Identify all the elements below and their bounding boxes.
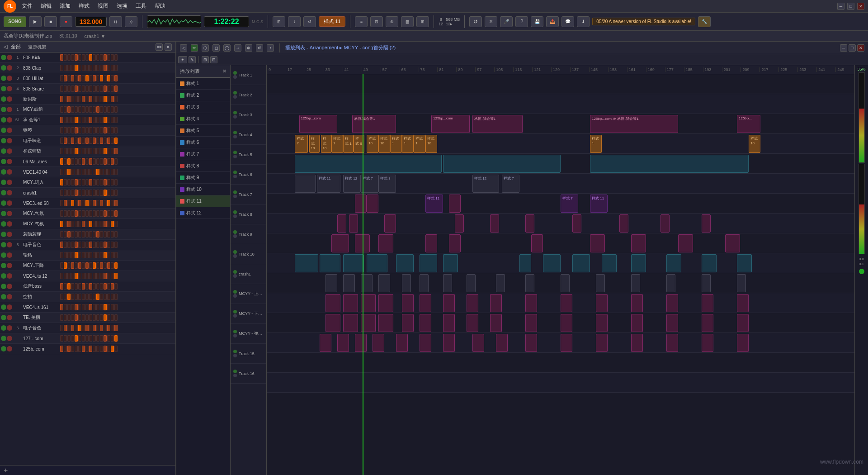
step-pad[interactable] (78, 86, 81, 92)
step-pad[interactable] (89, 252, 92, 258)
track-block[interactable] (295, 155, 442, 173)
step-pad[interactable] (114, 200, 118, 206)
step-pad[interactable] (78, 179, 81, 185)
step-pad[interactable] (64, 200, 67, 206)
track-row[interactable] (267, 313, 854, 333)
step-pad[interactable] (114, 325, 118, 331)
ch-solo-btn[interactable] (7, 221, 12, 227)
step-pad[interactable] (104, 283, 107, 290)
track-row[interactable] (267, 74, 854, 94)
track-block[interactable] (678, 234, 693, 252)
step-pad[interactable] (107, 96, 110, 102)
step-pad[interactable] (111, 283, 114, 290)
step-pad[interactable] (60, 127, 63, 133)
step-pad[interactable] (96, 65, 99, 71)
step-pad[interactable] (71, 304, 74, 310)
step-pad[interactable] (67, 117, 71, 123)
step-pad[interactable] (96, 179, 99, 185)
step-pad[interactable] (75, 148, 78, 154)
track-block[interactable] (367, 195, 378, 213)
track-mute-btn[interactable] (233, 155, 237, 158)
step-pad[interactable] (71, 148, 74, 154)
step-pad[interactable] (67, 200, 71, 206)
step-pad[interactable] (114, 190, 118, 196)
step-pad[interactable] (89, 127, 92, 133)
track-block[interactable]: 样式 10 (309, 135, 320, 153)
step-pad[interactable] (64, 75, 67, 81)
step-pad[interactable] (71, 221, 74, 227)
step-pad[interactable] (107, 210, 110, 217)
track-block[interactable] (543, 254, 561, 272)
step-pad[interactable] (85, 346, 89, 352)
step-pad[interactable] (75, 294, 78, 300)
chat-btn[interactable]: 💬 (561, 16, 574, 27)
step-pad[interactable] (64, 65, 67, 71)
step-pad[interactable] (64, 314, 67, 321)
fl-update-icon[interactable]: 🔧 (698, 16, 711, 27)
step-pad[interactable] (75, 117, 78, 123)
close-btn[interactable]: ✕ (857, 3, 864, 10)
step-pad[interactable] (111, 158, 114, 165)
step-pad[interactable] (111, 117, 114, 123)
export-btn[interactable]: 📤 (546, 16, 559, 27)
step-pad[interactable] (60, 262, 63, 269)
track-block[interactable] (631, 334, 643, 352)
track-block[interactable]: 样式 7 (561, 195, 578, 213)
step-pad[interactable] (104, 54, 107, 61)
step-pad[interactable] (107, 231, 110, 238)
rack-close-btn[interactable]: ✕ (165, 43, 172, 51)
step-pad[interactable] (111, 304, 114, 310)
step-pad[interactable] (93, 158, 96, 165)
step-pad[interactable] (93, 335, 96, 342)
pl-erase-btn[interactable]: ◻ (212, 44, 220, 52)
track-block[interactable] (666, 314, 678, 332)
track-block[interactable] (631, 294, 643, 312)
plugin-btn[interactable]: ✕ (485, 16, 497, 27)
step-pad[interactable] (82, 200, 85, 206)
step-pad[interactable] (107, 65, 110, 71)
ch-mute-btn[interactable] (1, 211, 6, 216)
step-pad[interactable] (82, 148, 85, 154)
pt-pencil-btn[interactable]: ✎ (189, 56, 196, 63)
step-pad[interactable] (85, 96, 89, 102)
step-pad[interactable] (64, 86, 67, 92)
step-pad[interactable] (78, 325, 81, 331)
track-active-btn[interactable] (233, 71, 237, 75)
step-pad[interactable] (60, 314, 63, 321)
step-pad[interactable] (114, 294, 118, 300)
step-pad[interactable] (100, 221, 103, 227)
step-pad[interactable] (82, 314, 85, 321)
step-pad[interactable] (89, 148, 92, 154)
step-pad[interactable] (60, 179, 63, 185)
step-pad[interactable] (111, 252, 114, 258)
step-pad[interactable] (89, 283, 92, 290)
step-pad[interactable] (75, 314, 78, 321)
ch-mute-btn[interactable] (1, 148, 6, 154)
step-pad[interactable] (67, 210, 71, 217)
step-pad[interactable] (93, 283, 96, 290)
step-pad[interactable] (89, 75, 92, 81)
track-active-btn[interactable] (233, 131, 237, 134)
step-pad[interactable] (60, 294, 63, 300)
step-pad[interactable] (104, 127, 107, 133)
step-pad[interactable] (93, 304, 96, 310)
step-pad[interactable] (64, 221, 67, 227)
step-pad[interactable] (107, 138, 110, 144)
step-pad[interactable] (107, 106, 110, 113)
step-pad[interactable] (60, 86, 63, 92)
step-pad[interactable] (75, 179, 78, 185)
track-block[interactable]: 样式 7 (361, 175, 378, 193)
step-pad[interactable] (96, 96, 99, 102)
step-pad[interactable] (89, 273, 92, 279)
step-pad[interactable] (96, 335, 99, 342)
ch-solo-btn[interactable] (7, 294, 12, 299)
step-pad[interactable] (111, 273, 114, 279)
step-pad[interactable] (60, 273, 63, 279)
step-pad[interactable] (71, 75, 74, 81)
step-pad[interactable] (107, 346, 110, 352)
ch-mute-btn[interactable] (1, 86, 6, 91)
step-pad[interactable] (82, 242, 85, 248)
track-row[interactable] (267, 353, 854, 373)
channel-row[interactable]: 轮钻 (0, 250, 175, 261)
step-pad[interactable] (75, 96, 78, 102)
